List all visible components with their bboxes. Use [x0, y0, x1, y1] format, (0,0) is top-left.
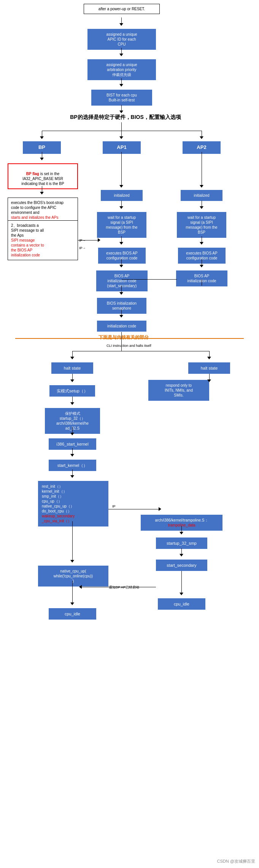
arrowhead-bp-halt [70, 357, 74, 359]
ap1-wait-box: wait for a startup signal (a SIPI messag… [97, 212, 146, 238]
arrowhead-i386 [70, 454, 74, 457]
ipi-label: IP [112, 504, 116, 508]
broadcasts-box: 2、broadcasts a SIPI message to all the A… [8, 220, 78, 260]
arrowhead-ap2 [200, 136, 203, 139]
arrowhead-bp2 [40, 192, 44, 194]
arrowhead-notify [79, 585, 82, 589]
arrow-cli [121, 332, 122, 351]
ip-label-2: IP→ [79, 246, 86, 250]
bp-flag-box: BP flag is set in the IA32_APIC_BASE MSR… [8, 163, 78, 189]
cli-label: CLI instruction and halts itself [106, 344, 202, 348]
ip-label-1: IP→ [79, 239, 86, 242]
arrowhead1 [119, 23, 123, 26]
start-secondary-box: start_secondary [156, 560, 207, 571]
arrow-ap2-1 [202, 152, 202, 186]
arrowhead-ap2-1 [200, 185, 203, 188]
h-branch [42, 131, 202, 131]
arrow-ap1-1 [121, 152, 122, 186]
arrowhead-bp1 [40, 158, 44, 160]
arrowhead-ap-halt2 [207, 379, 211, 382]
startup-32-smp-box: startup_32_smp [156, 538, 207, 549]
divider-label: 下面是与内核有关的部分 [57, 334, 190, 341]
bp-halt-box: halt state [51, 362, 93, 374]
respond-only-box: respond only to INITs, NMIs, and SMIs. [148, 380, 209, 401]
notify-bp-label: 通知BP AP已经启动 [109, 585, 139, 590]
arrowhead-tramp [180, 532, 183, 534]
arrowhead-sk [70, 475, 74, 478]
arrowhead-ncu [70, 602, 74, 605]
bp-selection-label: BP的选择是特定于硬件，BIOS，配置输入选项 [19, 114, 232, 121]
arrowhead-ap2-3 [200, 242, 203, 245]
arrowhead3 [119, 84, 123, 87]
h-split2 [72, 351, 209, 351]
ap1-executes-box: executes BIOS AP configuration code [98, 248, 146, 264]
arrowhead-ap2-4 [200, 265, 203, 267]
executes-bios-box: executes the BIOS's boot-strap code to c… [8, 198, 78, 223]
arrowhead-ap1-3 [119, 242, 123, 245]
real-mode-setup-box: 实模式setup（） [49, 385, 95, 397]
arrowhead-ap1-1 [119, 185, 123, 188]
ap-cpu-idle-box: cpu_idle [158, 598, 205, 610]
arrowhead4 [119, 111, 123, 113]
arrowhead-ss-down [180, 593, 183, 595]
ap1-initialized-box: initialized [101, 190, 143, 201]
bist-box: BIST for each cpu Built-in self-test [91, 90, 152, 106]
arrowhead-ap2-2 [200, 206, 203, 209]
arrowhead2 [119, 54, 123, 56]
bp-cpu-idle-box: cpu_idle [49, 608, 96, 620]
arrow-ap2-to-sema [121, 279, 177, 280]
arrow-restinit-down [72, 521, 73, 561]
arrow-sipi-ap1 [78, 240, 99, 240]
ap1-box: AP1 [103, 141, 141, 154]
arrowhead-init [119, 315, 123, 318]
arrowhead-s32smp [180, 554, 183, 557]
rest-init-box: rest_init（） kernel_init（） smp_init（） cpu… [38, 481, 108, 526]
arrowhead-ap1-2 [119, 206, 123, 209]
apic-id-box: assigned a unique APIC ID for each CPU [87, 29, 156, 50]
arrowhead-ap1-4 [119, 265, 123, 267]
arbitration-box: assigned a unique arbitration priority 仲… [87, 59, 156, 80]
arrowhead-restinit-tramp [159, 507, 161, 511]
arrow-restinit-tramp [108, 509, 160, 509]
bios-semaphore-box: BIOS initialization semaphore [97, 298, 146, 314]
arrow-ss-down [181, 571, 182, 594]
arrow-notify [82, 587, 156, 587]
arrowhead-sema [119, 292, 123, 295]
arrow-ncu [72, 581, 73, 604]
arrowhead-bp [40, 136, 44, 139]
arrow5 [121, 122, 122, 131]
arrowhead-bp-halt2 [70, 379, 74, 382]
init-code-box: initialization code [97, 321, 146, 332]
native-cpu-up-box: native_cpu_up( while(!cpu_online(cpu)) ) [38, 566, 108, 587]
ap2-wait-box: wait for a startup signal (a SIPI messag… [177, 212, 226, 238]
arrowhead-prot [70, 433, 74, 435]
arrowhead-ap1 [119, 136, 123, 139]
arrowhead-sipi-ap1 [98, 238, 100, 242]
arrowhead-real-mode [70, 402, 74, 405]
ap-halt-box: halt state [188, 362, 230, 374]
power-reset-box: after a power-up or RESET. [84, 4, 160, 14]
arrow-ap2-5 [202, 279, 202, 286]
arrowhead-restinit-down [70, 560, 74, 563]
ap1-init-code-box: BIOS AP initialization code (start_secon… [96, 270, 148, 291]
watermark: CSDN @攻城狮百里 [217, 859, 255, 864]
arrowhead-ap-halt [207, 357, 211, 359]
ap2-initialized-box: initialized [181, 190, 222, 201]
